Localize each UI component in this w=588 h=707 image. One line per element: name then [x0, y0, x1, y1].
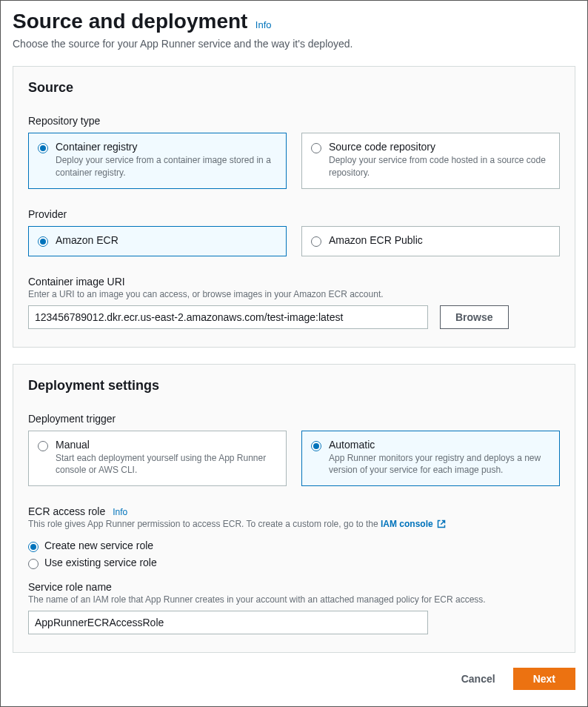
- ecr-role-create-new[interactable]: Create new service role: [28, 540, 560, 552]
- role-name-input[interactable]: [28, 611, 428, 634]
- radio-label: Create new service role: [44, 540, 153, 551]
- tile-title: Manual: [56, 439, 277, 451]
- tile-desc: Deploy your service from code hosted in …: [329, 154, 550, 179]
- tile-desc: Deploy your service from a container ima…: [56, 154, 277, 179]
- trigger-automatic[interactable]: Automatic App Runner monitors your regis…: [301, 431, 560, 487]
- info-link-ecr[interactable]: Info: [113, 507, 127, 517]
- radio-icon: [311, 236, 321, 247]
- external-link-icon: [437, 520, 446, 531]
- repo-type-container-registry[interactable]: Container registry Deploy your service f…: [28, 133, 287, 189]
- ecr-role-help-text: This role gives App Runner permission to…: [28, 519, 381, 529]
- radio-icon: [28, 542, 39, 552]
- radio-label: Use existing service role: [44, 557, 157, 568]
- browse-button[interactable]: Browse: [440, 305, 509, 329]
- page-header: Source and deployment Info Choose the so…: [13, 10, 575, 50]
- image-uri-help: Enter a URI to an image you can access, …: [28, 289, 560, 299]
- provider-amazon-ecr-public[interactable]: Amazon ECR Public: [301, 226, 560, 256]
- cancel-button[interactable]: Cancel: [454, 668, 503, 689]
- tile-title: Source code repository: [329, 141, 550, 153]
- ecr-role-label-text: ECR access role: [28, 505, 105, 517]
- page-title: Source and deployment: [13, 10, 247, 33]
- image-uri-label: Container image URI: [28, 276, 560, 288]
- tile-title: Automatic: [329, 439, 550, 451]
- image-uri-input[interactable]: [28, 305, 428, 329]
- ecr-role-label: ECR access role Info: [28, 505, 560, 517]
- tile-title: Amazon ECR Public: [329, 234, 550, 246]
- deployment-heading: Deployment settings: [28, 378, 560, 394]
- ecr-role-help: This role gives App Runner permission to…: [28, 519, 560, 530]
- trigger-manual[interactable]: Manual Start each deployment yourself us…: [28, 431, 287, 487]
- footer-actions: Cancel Next: [13, 668, 575, 690]
- radio-icon: [38, 441, 48, 451]
- deployment-trigger-label: Deployment trigger: [28, 413, 560, 425]
- radio-icon: [311, 441, 321, 451]
- role-name-help: The name of an IAM role that App Runner …: [28, 594, 560, 605]
- image-uri-row: Browse: [28, 305, 560, 329]
- deployment-panel: Deployment settings Deployment trigger M…: [13, 364, 575, 653]
- radio-icon: [311, 143, 321, 153]
- tile-desc: App Runner monitors your registry and de…: [329, 452, 550, 477]
- repo-type-source-code[interactable]: Source code repository Deploy your servi…: [301, 133, 560, 189]
- iam-console-link[interactable]: IAM console: [381, 519, 446, 529]
- provider-amazon-ecr[interactable]: Amazon ECR: [28, 226, 287, 256]
- radio-icon: [38, 143, 48, 153]
- ecr-role-use-existing[interactable]: Use existing service role: [28, 557, 560, 569]
- page-subtitle: Choose the source for your App Runner se…: [13, 38, 575, 50]
- tile-title: Container registry: [56, 141, 277, 153]
- source-panel: Source Repository type Container registr…: [13, 66, 575, 348]
- repo-type-tiles: Container registry Deploy your service f…: [28, 133, 560, 189]
- provider-tiles: Amazon ECR Amazon ECR Public: [28, 226, 560, 256]
- next-button[interactable]: Next: [513, 668, 575, 690]
- radio-icon: [38, 236, 48, 247]
- tile-title: Amazon ECR: [56, 234, 277, 246]
- provider-label: Provider: [28, 208, 560, 220]
- iam-console-link-text: IAM console: [381, 519, 433, 529]
- role-name-label: Service role name: [28, 581, 560, 593]
- repo-type-label: Repository type: [28, 115, 560, 127]
- tile-desc: Start each deployment yourself using the…: [56, 452, 277, 477]
- info-link-header[interactable]: Info: [255, 19, 272, 30]
- radio-icon: [28, 559, 39, 569]
- source-heading: Source: [28, 80, 560, 96]
- deployment-trigger-tiles: Manual Start each deployment yourself us…: [28, 431, 560, 487]
